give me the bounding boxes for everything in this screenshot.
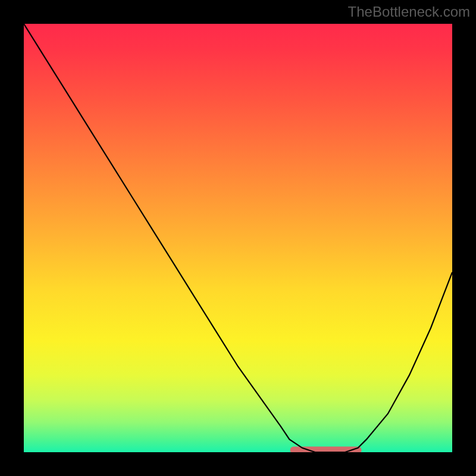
watermark-text: TheBottleneck.com [348, 4, 470, 20]
chart-plot-area [24, 24, 452, 452]
bottleneck-curve-line [24, 24, 452, 452]
curve-svg [24, 24, 452, 452]
